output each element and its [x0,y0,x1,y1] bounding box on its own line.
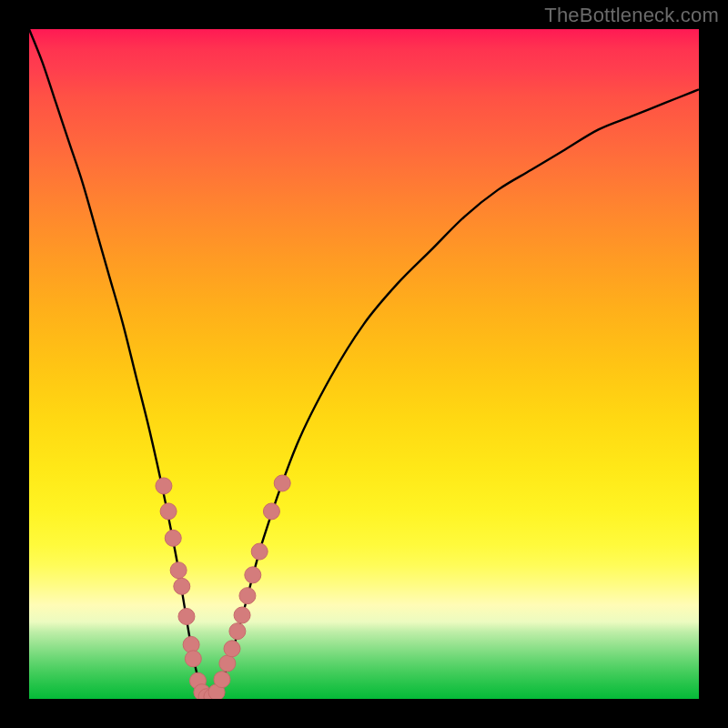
data-marker [239,588,256,604]
data-marker [214,672,230,688]
data-marker [178,608,195,624]
data-marker [165,530,181,546]
data-marker [229,623,246,640]
data-marker [224,641,240,657]
bottleneck-curve [29,29,699,699]
chart-frame: TheBottleneck.com [0,0,728,728]
plot-area [29,29,699,699]
data-marker [274,475,290,491]
data-marker [245,567,261,583]
watermark-text: TheBottleneck.com [544,4,719,27]
data-marker [263,503,279,520]
data-marker [185,651,201,667]
data-marker [174,578,190,594]
data-marker [219,655,236,672]
data-marker [156,478,172,494]
data-marker [160,503,177,520]
data-marker [234,607,250,623]
data-marker [170,562,187,579]
data-marker [251,543,268,560]
